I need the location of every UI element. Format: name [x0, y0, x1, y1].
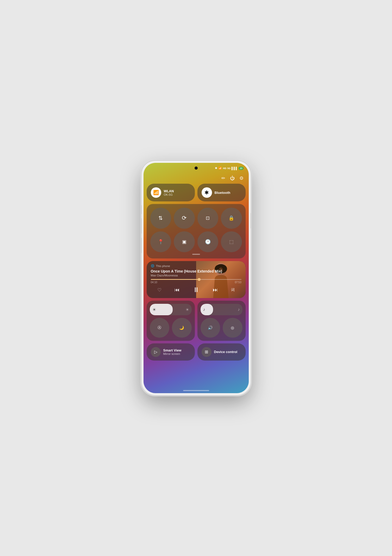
toolbar: ✏ ⏻ ⚙	[221, 175, 244, 181]
bottom-row: ▷ Smart View Mirror screen ⊞ Device cont…	[147, 343, 246, 361]
night-mode-icon: 🌙	[179, 325, 184, 330]
screenshot-icon: ⊡	[206, 215, 210, 221]
bluetooth-text: Bluetooth	[215, 191, 231, 195]
auto-brightness-icon: Ⓐ	[158, 325, 161, 330]
smart-view-icon: ▷	[154, 349, 157, 354]
data-transfer-icon: ⇅	[158, 215, 163, 221]
vibration-icon: ◎	[231, 325, 234, 330]
wifi-toggle[interactable]: 📶 WLAN OK-5G	[147, 184, 195, 201]
music-controls: ♡ ⏮ ⏸ ⏭ 词	[151, 286, 241, 295]
location-icon: 📍	[158, 239, 164, 245]
brightness-track[interactable]: ☀ ☀	[150, 304, 192, 315]
wifi-text: WLAN OK-5G	[164, 189, 174, 196]
vibration-btn[interactable]: ◎	[223, 318, 242, 338]
progress-bar[interactable]	[151, 279, 241, 280]
volume-fill	[201, 304, 213, 315]
night-mode-btn[interactable]: 🌙	[172, 318, 192, 338]
hd-badge: HD	[223, 167, 226, 170]
music-source: 🌐 This phone	[151, 264, 241, 268]
screen-timeout-icon: 🕐	[205, 239, 211, 245]
brightness-max-icon: ☀	[185, 307, 189, 312]
location-btn[interactable]: 📍	[150, 231, 171, 252]
sound-mode-icon: 🔊	[208, 325, 213, 330]
total-time: 07:53	[235, 281, 241, 284]
device-control-text: Device control	[214, 350, 238, 354]
screenshot-btn[interactable]: ⊡	[197, 208, 219, 229]
previous-button[interactable]: ⏮	[175, 287, 180, 293]
smart-view-label: Smart View	[163, 348, 182, 352]
signal-bars-icon: ▌▌▌	[232, 167, 238, 170]
bluetooth-icon: ✱	[204, 189, 209, 196]
wifi-sublabel: OK-5G	[164, 193, 174, 196]
volume-panel: ♪ ♪ 🔊 ◎	[197, 301, 246, 341]
lock-rotation-icon: 🔒	[228, 215, 234, 221]
phone-screen: ✱ 📶 HD 5G ▌▌▌ 23 ✏ ⏻ ⚙ 📶 WLAN	[144, 163, 249, 393]
smart-view-icon-circle: ▷	[151, 347, 161, 357]
settings-icon[interactable]: ⚙	[239, 175, 244, 181]
globe-icon: 🌐	[151, 264, 154, 268]
scroll-dot	[192, 254, 200, 255]
bluetooth-label: Bluetooth	[215, 191, 231, 195]
brightness-icon: ☀	[152, 307, 156, 312]
volume-track[interactable]: ♪ ♪	[201, 304, 242, 315]
brightness-panel: ☀ ☀ Ⓐ 🌙	[147, 301, 195, 341]
smart-view-text: Smart View Mirror screen	[163, 348, 182, 355]
device-control-icon: ⊞	[205, 349, 208, 354]
music-title: Once Upon A Time (House Extended Mix)	[151, 269, 241, 273]
bluetooth-toggle[interactable]: ✱ Bluetooth	[197, 184, 246, 201]
smart-view-tile[interactable]: ▷ Smart View Mirror screen	[147, 343, 195, 361]
power-icon[interactable]: ⏻	[230, 176, 235, 181]
screen-timeout-btn[interactable]: 🕐	[197, 231, 219, 252]
edit-icon[interactable]: ✏	[221, 175, 225, 181]
next-button[interactable]: ⏭	[213, 287, 218, 293]
phone-frame: ✱ 📶 HD 5G ▌▌▌ 23 ✏ ⏻ ⚙ 📶 WLAN	[141, 161, 251, 395]
sync-icon: ⟳	[182, 215, 186, 221]
status-bar: ✱ 📶 HD 5G ▌▌▌ 23	[215, 166, 243, 170]
device-control-tile[interactable]: ⊞ Device control	[197, 343, 246, 361]
volume-down-button[interactable]	[141, 218, 142, 234]
scroll-indicator	[150, 254, 242, 255]
music-artist: Max Oazo/Moonessa	[151, 274, 241, 277]
home-indicator[interactable]	[183, 390, 209, 391]
dolby-btn[interactable]: ▣	[174, 231, 195, 252]
music-content: 🌐 This phone Once Upon A Time (House Ext…	[147, 261, 246, 298]
bluetooth-icon-circle: ✱	[202, 187, 212, 198]
lock-rotation-btn[interactable]: 🔒	[221, 208, 242, 229]
dolby-icon: ▣	[182, 239, 186, 245]
wifi-label: WLAN	[164, 189, 174, 193]
5g-badge: 5G	[227, 167, 231, 170]
battery-level: 23	[239, 167, 243, 170]
auto-brightness-btn[interactable]: Ⓐ	[150, 318, 170, 338]
data-transfer-btn[interactable]: ⇅	[150, 208, 171, 229]
device-control-label: Device control	[214, 350, 238, 354]
volume-max-icon: ♪	[238, 307, 240, 312]
device-control-icon-circle: ⊞	[202, 347, 211, 357]
wifi-icon: 📶	[153, 190, 159, 195]
grid-panel: ⇅ ⟳ ⊡ 🔒 📍 ▣ 🕐	[147, 204, 246, 258]
smart-view-sublabel: Mirror screen	[163, 352, 182, 355]
cast-btn[interactable]: ⬚	[221, 231, 242, 252]
brightness-sub-buttons: Ⓐ 🌙	[150, 318, 192, 338]
like-button[interactable]: ♡	[157, 287, 161, 293]
music-player: 🌐 This phone Once Upon A Time (House Ext…	[147, 261, 246, 298]
sound-mode-btn[interactable]: 🔊	[201, 318, 220, 338]
front-camera	[195, 166, 198, 170]
cast-icon: ⬚	[229, 239, 234, 245]
play-pause-button[interactable]: ⏸	[193, 286, 200, 294]
volume-sub-buttons: 🔊 ◎	[201, 318, 242, 338]
sync-btn[interactable]: ⟳	[174, 208, 195, 229]
time-row: 04:10 07:53	[151, 281, 241, 284]
wifi-status-icon: 📶	[218, 166, 222, 170]
slider-row: ☀ ☀ Ⓐ 🌙 ♪	[147, 301, 246, 341]
bluetooth-status-icon: ✱	[215, 166, 217, 170]
content-area: 📶 WLAN OK-5G ✱ Bluetooth	[147, 184, 246, 388]
progress-fill	[151, 279, 198, 280]
power-button[interactable]	[251, 213, 251, 228]
lyrics-button[interactable]: 词	[231, 288, 235, 292]
volume-icon: ♪	[203, 307, 205, 312]
bixby-button[interactable]	[141, 238, 142, 253]
quick-toggles-row: 📶 WLAN OK-5G ✱ Bluetooth	[147, 184, 246, 201]
current-time: 04:10	[151, 281, 157, 284]
progress-thumb	[198, 278, 201, 281]
volume-up-button[interactable]	[141, 205, 142, 214]
